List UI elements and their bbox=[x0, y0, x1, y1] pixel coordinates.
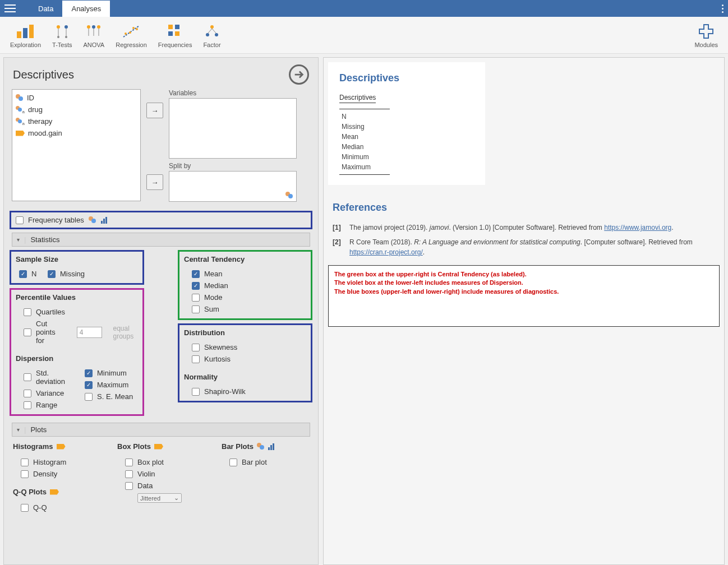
svg-line-15 bbox=[123, 26, 139, 37]
ribbon-frequencies[interactable]: Frequencies bbox=[153, 20, 198, 51]
kurtosis-checkbox[interactable] bbox=[192, 355, 200, 363]
ribbon-exploration[interactable]: Exploration bbox=[4, 20, 47, 51]
central-title: Central Tendency bbox=[184, 255, 306, 263]
nominal-icon bbox=[16, 94, 24, 102]
svg-rect-1 bbox=[23, 28, 27, 38]
svg-rect-23 bbox=[175, 31, 179, 36]
barplot-checkbox[interactable] bbox=[229, 459, 237, 466]
tab-data[interactable]: Data bbox=[29, 1, 62, 17]
svg-rect-0 bbox=[17, 31, 21, 38]
continuous-icon bbox=[16, 131, 25, 136]
svg-point-9 bbox=[87, 25, 90, 29]
min-checkbox[interactable] bbox=[85, 369, 93, 377]
nominal-text-icon: a bbox=[16, 118, 25, 126]
anova-icon bbox=[85, 22, 102, 40]
statistics-section-toggle[interactable]: ▾ | Statistics bbox=[12, 233, 310, 247]
ttests-icon bbox=[54, 22, 71, 40]
results-title: Descriptives bbox=[339, 72, 474, 84]
mean-checkbox[interactable] bbox=[192, 270, 200, 278]
svg-point-25 bbox=[206, 33, 209, 36]
move-to-splitby-button[interactable]: → bbox=[146, 174, 163, 190]
ribbon-regression[interactable]: Regression bbox=[110, 20, 153, 51]
var-item-moodgain[interactable]: mood.gain bbox=[15, 127, 138, 139]
bar-chart-icon bbox=[16, 22, 36, 40]
svg-point-24 bbox=[210, 25, 214, 29]
range-checkbox[interactable] bbox=[24, 401, 31, 409]
plots-section-toggle[interactable]: ▾ | Plots bbox=[12, 423, 310, 437]
jitter-select[interactable]: Jittered bbox=[137, 493, 182, 503]
reference-1: [1] The jamovi project (2019). jamovi. (… bbox=[328, 220, 720, 235]
splitby-target[interactable] bbox=[169, 171, 297, 202]
density-checkbox[interactable] bbox=[21, 470, 29, 478]
qq-checkbox[interactable] bbox=[21, 504, 29, 512]
svg-line-27 bbox=[208, 29, 212, 33]
ribbon-modules[interactable]: Modules bbox=[689, 20, 724, 51]
svg-point-18 bbox=[132, 27, 135, 29]
svg-point-19 bbox=[136, 28, 138, 30]
svg-point-17 bbox=[129, 31, 131, 34]
collapse-panel-button[interactable] bbox=[289, 64, 309, 85]
violin-checkbox[interactable] bbox=[125, 470, 133, 478]
menu-icon[interactable] bbox=[4, 4, 16, 12]
boxplots-title: Box Plots bbox=[117, 442, 205, 451]
var-item-therapy[interactable]: atherapy bbox=[15, 115, 138, 127]
ref1-link[interactable]: https://www.jamovi.org bbox=[604, 224, 671, 231]
references-title: References bbox=[333, 202, 715, 214]
quartiles-checkbox[interactable] bbox=[24, 308, 31, 316]
histogram-checkbox[interactable] bbox=[21, 459, 29, 466]
data-checkbox[interactable] bbox=[125, 482, 133, 490]
histograms-title: Histograms bbox=[13, 442, 100, 451]
distribution-title: Distribution bbox=[184, 328, 306, 337]
missing-checkbox[interactable] bbox=[48, 270, 56, 278]
kebab-icon[interactable] bbox=[722, 4, 724, 13]
regression-icon bbox=[121, 22, 141, 40]
arrow-right-icon bbox=[293, 68, 305, 81]
n-checkbox[interactable] bbox=[19, 270, 27, 278]
ribbon-anova[interactable]: ANOVA bbox=[78, 20, 110, 51]
var-item-id[interactable]: ID bbox=[15, 92, 138, 104]
ref2-link[interactable]: https://cran.r-project.org/ bbox=[349, 248, 423, 256]
max-checkbox[interactable] bbox=[85, 381, 93, 389]
sample-size-title: Sample Size bbox=[16, 255, 138, 263]
variables-label: Variables bbox=[169, 89, 310, 97]
boxplot-checkbox[interactable] bbox=[125, 459, 133, 466]
annotation-note: The green box at the upper-right is Cent… bbox=[328, 265, 720, 327]
plus-icon bbox=[698, 22, 714, 40]
var-item-drug[interactable]: adrug bbox=[15, 104, 138, 115]
variable-source-list[interactable]: ID adrug atherapy mood.gain bbox=[12, 89, 141, 201]
sum-checkbox[interactable] bbox=[192, 305, 200, 313]
skewness-checkbox[interactable] bbox=[192, 344, 200, 351]
svg-point-10 bbox=[92, 25, 95, 29]
continuous-icon bbox=[57, 444, 66, 450]
se-checkbox[interactable] bbox=[85, 393, 93, 401]
shapiro-checkbox[interactable] bbox=[192, 388, 200, 396]
variance-checkbox[interactable] bbox=[24, 390, 31, 397]
splitby-label: Split by bbox=[169, 162, 310, 170]
nominal-icon bbox=[257, 443, 265, 451]
factor-icon bbox=[204, 22, 220, 40]
mode-checkbox[interactable] bbox=[192, 294, 200, 302]
cutpoints-input[interactable] bbox=[77, 327, 102, 338]
continuous-icon bbox=[154, 444, 163, 450]
ribbon-factor[interactable]: Factor bbox=[197, 20, 226, 51]
move-to-variables-button[interactable]: → bbox=[146, 103, 163, 118]
cutpoints-checkbox[interactable] bbox=[24, 328, 31, 336]
tab-analyses[interactable]: Analyses bbox=[62, 1, 110, 17]
svg-line-28 bbox=[212, 29, 216, 33]
qq-title: Q-Q Plots bbox=[13, 488, 100, 496]
normality-title: Normality bbox=[184, 373, 306, 381]
results-subtitle: Descriptives bbox=[339, 94, 376, 103]
median-checkbox[interactable] bbox=[192, 282, 200, 290]
nominal-icon bbox=[89, 216, 96, 224]
ordinal-icon bbox=[268, 443, 274, 450]
svg-point-16 bbox=[125, 33, 127, 35]
variables-target[interactable] bbox=[169, 98, 297, 159]
freq-tables-checkbox[interactable] bbox=[16, 216, 24, 224]
results-card: Descriptives Descriptives N Missing Mean… bbox=[328, 62, 485, 185]
std-checkbox[interactable] bbox=[24, 373, 31, 381]
chevron-down-icon: ▾ bbox=[17, 427, 20, 433]
panel-title: Descriptives bbox=[13, 68, 74, 81]
ordinal-icon bbox=[101, 217, 107, 224]
ribbon-ttests[interactable]: T-Tests bbox=[47, 20, 77, 51]
svg-point-26 bbox=[215, 33, 218, 36]
